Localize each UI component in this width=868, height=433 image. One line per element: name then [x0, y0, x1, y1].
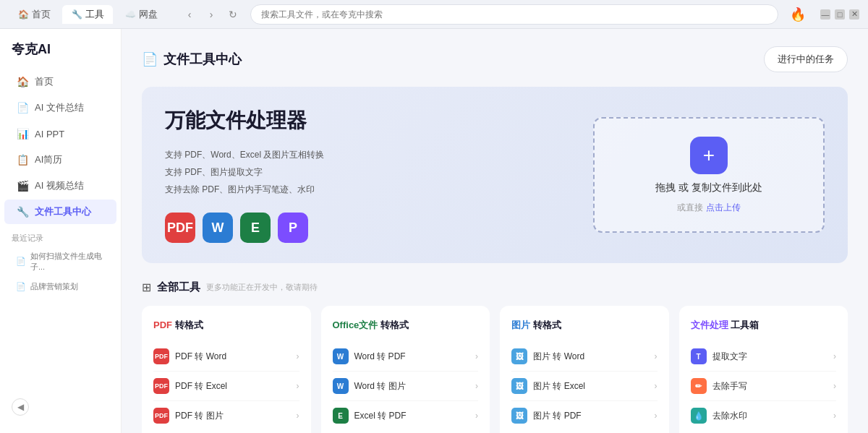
tool-extract-text[interactable]: T 提取文字 ›: [691, 342, 837, 372]
handwriting-arrow: ›: [833, 381, 836, 391]
sidebar-item-file-tools[interactable]: 🔧 文件工具中心: [4, 200, 116, 224]
plus-icon: +: [703, 144, 715, 167]
tool-pdf-word[interactable]: PDF PDF 转 Word ›: [153, 342, 299, 372]
sidebar-ai-video-label: AI 视频总结: [35, 179, 84, 192]
tool-img-pdf[interactable]: 🖼 图片 转 PDF ›: [511, 401, 658, 430]
category-pdf-title: PDF 转格式: [153, 319, 299, 332]
tool-pdf-word-left: PDF PDF 转 Word: [153, 348, 226, 364]
tool-remove-watermark[interactable]: 💧 去除水印 ›: [691, 401, 837, 430]
word-img-arrow: ›: [475, 381, 478, 391]
nav-refresh-button[interactable]: ↻: [224, 6, 242, 23]
upload-left: 万能文件处理器 支持 PDF、Word、Excel 及图片互相转换 支持 PDF…: [165, 107, 593, 243]
sidebar-item-home[interactable]: 🏠 首页: [4, 69, 116, 94]
watermark-arrow: ›: [833, 411, 836, 421]
sidebar-item-ai-resume[interactable]: 📋 AI简历: [4, 147, 116, 172]
category-file-colored: 文件处理: [691, 320, 728, 330]
sidebar-collapse-button[interactable]: ◀: [12, 398, 29, 416]
category-file-title: 文件处理 工具箱: [691, 319, 837, 332]
pdf-word-name: PDF 转 Word: [175, 351, 226, 363]
tool-word-img[interactable]: W Word 转 图片 ›: [333, 372, 479, 401]
tab-tools[interactable]: 🔧 工具: [62, 5, 113, 24]
nav-back-button[interactable]: ‹: [181, 6, 198, 23]
tool-remove-handwriting[interactable]: ✏ 去除手写 ›: [691, 372, 837, 401]
category-file-toolbox: 文件处理 工具箱 T 提取文字 › ✏ 去除手写 ›: [679, 306, 848, 433]
task-button[interactable]: 进行中的任务: [764, 46, 848, 72]
tool-excel-pdf[interactable]: E Excel 转 PDF ›: [333, 401, 479, 430]
sidebar-item-ai-video[interactable]: 🎬 AI 视频总结: [4, 173, 116, 198]
tool-img-word[interactable]: 🖼 图片 转 Word ›: [511, 342, 658, 372]
sidebar-ai-resume-label: AI简历: [35, 153, 62, 166]
tool-pdf-excel[interactable]: PDF PDF 转 Excel ›: [153, 372, 299, 401]
search-input[interactable]: [261, 9, 767, 20]
category-office-suffix: 转格式: [380, 320, 409, 330]
tools-grid: PDF 转格式 PDF PDF 转 Word › PDF PDF 转 Excel: [142, 306, 848, 433]
upload-drop-hint: 拖拽 或 复制文件到此处: [655, 181, 762, 194]
sidebar-ai-summary-label: AI 文件总结: [35, 101, 84, 114]
recent-item-scan[interactable]: 📄 如何扫描文件生成电子...: [4, 246, 116, 277]
ai-video-icon: 🎬: [16, 179, 29, 192]
tool-img-excel-left: 🖼 图片 转 Excel: [511, 378, 585, 394]
nav-controls: ‹ › ↻: [181, 6, 242, 23]
tab-home[interactable]: 🏠 首页: [9, 5, 59, 24]
pdf-excel-arrow: ›: [297, 381, 299, 391]
category-office-colored: Office文件: [333, 320, 378, 330]
tool-excel-pdf-left: E Excel 转 PDF: [333, 408, 407, 424]
extract-icon: T: [691, 348, 707, 364]
recent-brand-icon: 📄: [16, 282, 26, 292]
word-pdf-arrow: ›: [475, 351, 478, 361]
recent-scan-label: 如何扫描文件生成电子...: [30, 251, 105, 273]
category-image-suffix: 转格式: [533, 320, 561, 330]
tool-pdf-img[interactable]: PDF PDF 转 图片 ›: [153, 401, 299, 430]
sidebar-logo: 夸克AI: [0, 40, 121, 69]
close-button[interactable]: ✕: [849, 9, 859, 20]
tool-img-pdf-left: 🖼 图片 转 PDF: [511, 408, 582, 424]
word-pdf-name: Word 转 PDF: [354, 351, 406, 363]
drop-link-prefix: 或直接: [677, 202, 705, 213]
tool-extract-left: T 提取文字: [691, 348, 747, 364]
tool-img-excel[interactable]: 🖼 图片 转 Excel ›: [511, 372, 658, 401]
img-pdf-icon: 🖼: [511, 408, 527, 424]
upload-plus-button[interactable]: +: [690, 137, 728, 174]
category-image: 图片 转格式 🖼 图片 转 Word › 🖼 图片 转 Excel ›: [500, 306, 669, 433]
excel-pdf-arrow: ›: [475, 411, 478, 421]
img-excel-icon: 🖼: [511, 378, 527, 394]
category-file-suffix: 工具箱: [731, 320, 759, 330]
extract-text-name: 提取文字: [712, 351, 747, 363]
img-pdf-arrow: ›: [655, 411, 658, 421]
tab-cloud-label: 网盘: [139, 8, 158, 21]
sidebar-file-tools-label: 文件工具中心: [35, 205, 91, 218]
search-bar[interactable]: [250, 4, 778, 25]
page-title-area: 📄 文件工具中心: [142, 51, 242, 68]
word-img-icon: W: [333, 378, 349, 394]
sidebar-ai-ppt-label: AI PPT: [35, 129, 64, 140]
tool-watermark-left: 💧 去除水印: [691, 408, 747, 424]
tab-cloud[interactable]: ☁️ 网盘: [116, 5, 166, 24]
tool-word-pdf-left: W Word 转 PDF: [333, 348, 406, 364]
watermark-icon: 💧: [691, 408, 707, 424]
upload-desc: 支持 PDF、Word、Excel 及图片互相转换 支持 PDF、图片提取文字 …: [165, 146, 593, 198]
upload-dropzone[interactable]: + 拖拽 或 复制文件到此处 或直接 点击上传: [593, 117, 825, 233]
sidebar-item-ai-ppt[interactable]: 📊 AI PPT: [4, 121, 116, 146]
tool-word-pdf[interactable]: W Word 转 PDF ›: [333, 342, 479, 372]
tab-home-label: 首页: [32, 8, 51, 21]
sidebar-nav: 🏠 首页 📄 AI 文件总结 📊 AI PPT 📋 AI简历 🎬 AI 视频总结…: [0, 69, 121, 224]
category-pdf-colored: PDF: [153, 320, 172, 330]
titlebar: 🏠 首页 🔧 工具 ☁️ 网盘 ‹ › ↻ 🔥 — □ ✕: [0, 0, 868, 29]
home-icon: 🏠: [16, 75, 29, 88]
cloud-tab-icon: ☁️: [124, 9, 136, 20]
maximize-button[interactable]: □: [835, 9, 845, 20]
category-office-title: Office文件 转格式: [333, 319, 479, 332]
nav-forward-button[interactable]: ›: [203, 6, 220, 23]
recent-item-brand[interactable]: 📄 品牌营销策划: [4, 277, 116, 296]
excel-pdf-name: Excel 转 PDF: [354, 410, 407, 422]
ai-resume-icon: 📋: [16, 153, 29, 166]
sidebar-footer: ◀: [0, 393, 121, 421]
minimize-button[interactable]: —: [820, 9, 830, 20]
tools-header: ⊞ 全部工具 更多功能正在开发中，敬请期待: [142, 280, 848, 294]
img-pdf-name: 图片 转 PDF: [533, 410, 582, 422]
sidebar-home-label: 首页: [35, 75, 54, 88]
file-tools-icon: 🔧: [16, 205, 29, 218]
sidebar-item-ai-summary[interactable]: 📄 AI 文件总结: [4, 95, 116, 120]
upload-card: 万能文件处理器 支持 PDF、Word、Excel 及图片互相转换 支持 PDF…: [142, 87, 848, 263]
click-upload-link[interactable]: 点击上传: [706, 202, 741, 213]
